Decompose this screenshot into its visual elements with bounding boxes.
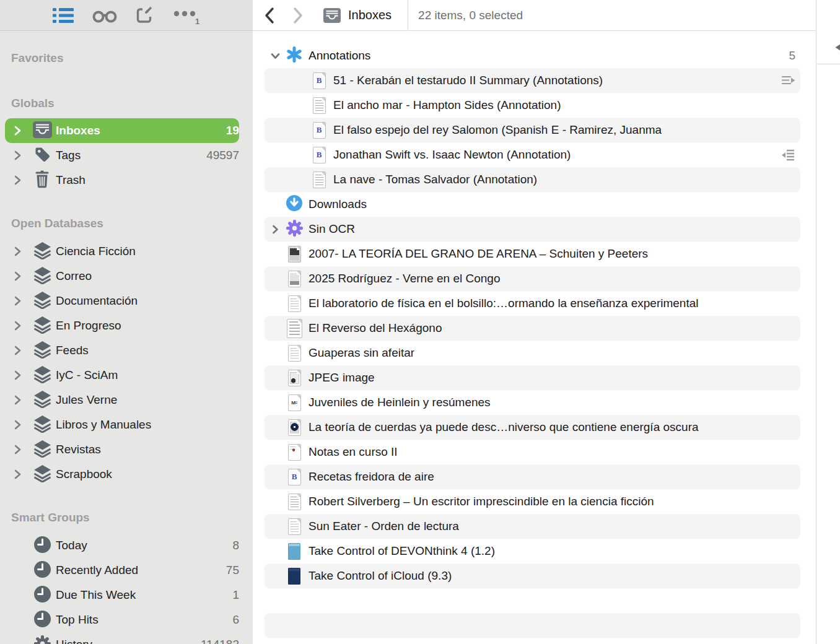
disclosure-chevron-icon[interactable] (14, 345, 28, 356)
database-icon (33, 341, 52, 361)
list-item-2025-rodr-guez-verne-en-el-congo[interactable]: 2025 Rodríguez - Verne en el Congo (265, 266, 800, 291)
list-item-robert-silverberg-un-escritor-imprescindible-en-la-ciencia-ficci-n[interactable]: Robert Silverberg – Un escritor impresci… (265, 489, 800, 514)
sidebar-list-button[interactable] (53, 7, 74, 24)
disclosure-chevron-icon[interactable] (270, 51, 284, 61)
list-item-downloads[interactable]: Downloads (265, 192, 800, 217)
list-item-el-reverso-del-hex-gono[interactable]: El Reverso del Hexágono (265, 316, 800, 341)
database-icon (33, 415, 52, 435)
item-count: 49597 (206, 149, 239, 162)
sidebar-item-label: Correo (56, 269, 92, 283)
back-button[interactable] (263, 6, 276, 25)
database-icon (33, 365, 52, 386)
toolbar-divider (408, 0, 408, 31)
sidebar-item-documentaci-n[interactable]: Documentación (5, 289, 239, 313)
sidebar-item-due-this-week[interactable]: Due This Week1 (5, 583, 239, 607)
list-item-51-kerab-n-el-testarudo-ii-summary-annotations[interactable]: B51 - Kerabán el testarudo II Summary (A… (265, 68, 800, 93)
sidebar-item-label: Top Hits (56, 613, 98, 627)
list-item-sun-eater-orden-de-lectura[interactable]: Sun Eater - Orden de lectura (265, 514, 800, 539)
sidebar-item-en-progreso[interactable]: En Progreso (5, 313, 239, 338)
list-item-guaperas-sin-afeitar[interactable]: Guaperas sin afeitar (265, 341, 800, 365)
disclosure-chevron-icon[interactable] (270, 224, 284, 235)
disclosure-chevron-icon[interactable] (14, 246, 28, 257)
item-count: 1 (232, 588, 239, 602)
sidebar-item-feeds[interactable]: Feeds (5, 338, 239, 363)
disclosure-chevron-icon[interactable] (14, 370, 28, 381)
sidebar-item-inboxes[interactable]: Inboxes19 (5, 118, 239, 143)
sidebar-item-revistas[interactable]: Revistas (5, 437, 239, 462)
disclosure-chevron-icon[interactable] (14, 175, 28, 186)
more-ellipsis-button[interactable]: 1 (173, 6, 200, 25)
disclosure-chevron-icon[interactable] (14, 444, 28, 455)
document-icon (313, 97, 326, 114)
collapse-inspector-button[interactable] (834, 43, 840, 51)
document-icon (288, 419, 301, 436)
disclosure-chevron-icon[interactable] (14, 125, 28, 136)
disclosure-chevron-icon[interactable] (14, 394, 28, 406)
list-item-sin-ocr[interactable]: Sin OCR (265, 217, 800, 242)
clock-icon (33, 560, 51, 581)
sidebar-item-libros-y-manuales[interactable]: Libros y Manuales (5, 412, 239, 437)
list-item-jonathan-swift-vs-isaac-newton-annotation[interactable]: BJonathan Swift vs. Isaac Newton (Annota… (265, 142, 800, 167)
sidebar-item-label: Scrapbook (56, 468, 112, 481)
sidebar-item-top-hits[interactable]: Top Hits6 (5, 607, 239, 632)
list-item-2007-la-teor-a-del-grano-de-arena-schuiten-y-peeters[interactable]: 2007- LA TEORÍA DEL GRANO DE ARENA – Sch… (265, 242, 800, 266)
sidebar-toolbar: 1 (0, 0, 253, 31)
reading-glasses-button[interactable] (92, 7, 117, 24)
disclosure-chevron-icon[interactable] (14, 469, 28, 480)
list-item-take-control-of-icloud-9-3[interactable]: Take Control of iCloud (9.3) (265, 564, 800, 588)
list-item-el-laboratorio-de-f-sica-en-el-bolsillo-ormando-la-ense-anza-experimental[interactable]: El laboratorio de física en el bolsillo:… (265, 291, 800, 316)
sidebar-item-label: Ciencia Ficción (56, 245, 136, 258)
sidebar-item-label: Revistas (56, 443, 101, 456)
document-icon (288, 370, 301, 386)
sidebar-item-today[interactable]: Today8 (5, 533, 239, 558)
database-icon (33, 464, 52, 485)
sidebar-item-tags[interactable]: Tags49597 (5, 143, 239, 168)
clip-import-button[interactable] (136, 6, 154, 25)
disclosure-chevron-icon[interactable] (14, 295, 28, 307)
list-item-take-control-of-devonthink-4-1-2[interactable]: Take Control of DEVONthink 4 (1.2) (265, 539, 800, 564)
list-item-la-teor-a-de-cuerdas-ya-puede-desc-niverso-que-contiene-energ-a-oscura[interactable]: La teoría de cuerdas ya puede desc…niver… (265, 415, 800, 440)
clock-icon (33, 536, 51, 556)
sidebar-item-ciencia-ficci-n[interactable]: Ciencia Ficción (5, 239, 239, 264)
sidebar-item-scrapbook[interactable]: Scrapbook (5, 462, 239, 487)
sidebar-item-jules-verne[interactable]: Jules Verne (5, 388, 239, 412)
sidebar-item-history[interactable]: History114182 (5, 632, 239, 644)
disclosure-chevron-icon[interactable] (14, 150, 28, 161)
app-window: 1 FavoritesGlobalsInboxes19Tags49597Tras… (0, 0, 840, 644)
sidebar-item-trash[interactable]: Trash (5, 168, 239, 193)
sidebar-section-header-globals: Globals (11, 97, 253, 110)
sidebar-item-recently-added[interactable]: Recently Added75 (5, 558, 239, 583)
disclosure-chevron-icon[interactable] (14, 271, 28, 282)
disclosure-chevron-icon[interactable] (14, 320, 28, 331)
inbox-icon (33, 121, 52, 141)
document-icon (288, 246, 301, 263)
item-label: El Reverso del Hexágono (308, 321, 442, 335)
sidebar-item-correo[interactable]: Correo (5, 264, 239, 289)
document-icon (288, 494, 301, 510)
list-item-el-falso-espejo-del-rey-salomon-spanish-e-ramirez-juanma[interactable]: BEl falso espejo del rey Salomon (Spanis… (265, 118, 800, 142)
document-icon: M≡ (288, 394, 301, 411)
list-item-notas-en-curso-ii[interactable]: Notas en curso II (265, 440, 800, 464)
list-item-jpeg-image[interactable]: JPEG image (265, 365, 800, 390)
gear-dark-icon (33, 635, 51, 644)
sidebar-item-label: Today (56, 539, 87, 552)
location-title: Inboxes (348, 8, 392, 22)
group-row-annotations[interactable]: Annotations5 (265, 43, 800, 68)
database-icon (33, 242, 52, 262)
sidebar-item-iyc-sciam[interactable]: IyC - SciAm (5, 363, 239, 388)
database-icon (33, 390, 52, 411)
forward-button[interactable] (291, 6, 305, 25)
document-icon (288, 444, 301, 461)
item-label: La nave - Tomas Salvador (Annotation) (333, 173, 537, 186)
list-item-recetas-freidora-de-aire[interactable]: BRecetas freidora de aire (265, 464, 800, 489)
item-label: El laboratorio de física en el bolsillo:… (308, 297, 698, 310)
list-item-juveniles-de-heinlein-y-res-menes[interactable]: M≡Juveniles de Heinlein y resúmenes (265, 390, 800, 415)
item-label: 2007- LA TEORÍA DEL GRANO DE ARENA – Sch… (308, 247, 648, 261)
main-pane: Inboxes 22 items, 0 selected Annotations… (253, 0, 816, 644)
list-item-la-nave-tomas-salvador-annotation[interactable]: La nave - Tomas Salvador (Annotation) (265, 167, 800, 192)
sidebar-item-label: IyC - SciAm (56, 368, 118, 382)
list-item-el-ancho-mar-hampton-sides-annotation[interactable]: El ancho mar - Hampton Sides (Annotation… (265, 93, 800, 118)
clock-icon (33, 585, 51, 606)
disclosure-chevron-icon[interactable] (14, 419, 28, 430)
database-icon (33, 266, 52, 287)
